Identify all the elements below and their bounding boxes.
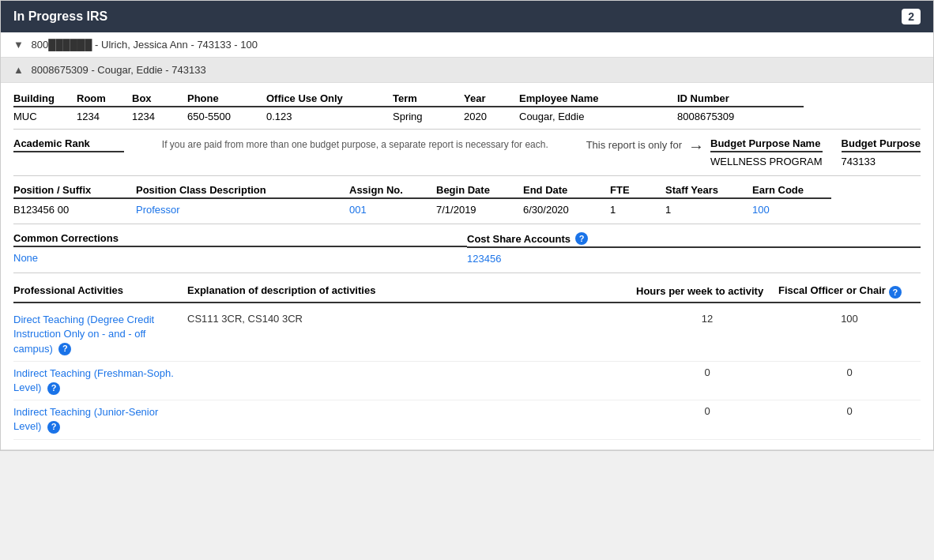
begin-date-label: Begin Date xyxy=(436,184,523,199)
this-report-label: This report is only for xyxy=(586,137,682,153)
box-label: Box xyxy=(132,92,187,107)
position-suffix-value: B123456 00 xyxy=(13,204,136,216)
activities-fiscal-header: Fiscal Officer or Chair ? xyxy=(778,284,921,303)
position-class-label: Position Class Description xyxy=(136,184,349,199)
room-value: 1234 xyxy=(77,111,132,122)
budget-purpose-name-label: Budget Purpose Name xyxy=(710,137,823,152)
main-container: In Progress IRS 2 ▼ 800██████ - Ulrich, … xyxy=(0,0,934,451)
position-suffix-label: Position / Suffix xyxy=(13,184,136,199)
phone-col: Phone 650-5500 xyxy=(187,92,266,122)
common-corrections-label: Common Corrections xyxy=(13,232,119,244)
chevron-down-icon: ▼ xyxy=(13,39,24,51)
activity-row-3-name: Indirect Teaching (Junior-Senior Level) … xyxy=(13,400,187,439)
budget-purpose-block: Budget Purpose 743133 xyxy=(842,137,921,167)
arrow-icon: → xyxy=(688,137,704,156)
fte-value: 1 xyxy=(610,204,665,216)
activity-1-help-icon[interactable]: ? xyxy=(58,343,71,355)
activities-professional-header: Professional Activities xyxy=(13,284,187,303)
accordion-label-2: 8008675309 - Cougar, Eddie - 743133 xyxy=(32,64,206,76)
fte-label: FTE xyxy=(610,184,665,199)
activity-row-3-hours: 0 xyxy=(636,400,778,439)
box-value: 1234 xyxy=(132,111,187,122)
staff-years-value: 1 xyxy=(665,204,752,216)
term-col: Term Spring xyxy=(393,92,464,122)
office-use-label: Office Use Only xyxy=(266,92,393,107)
earn-code-value: 100 xyxy=(752,204,831,216)
common-corrections-header: Common Corrections xyxy=(13,232,467,247)
activities-section: Professional Activities Explanation of d… xyxy=(13,281,921,440)
activity-row-3-fiscal: 0 xyxy=(778,400,921,439)
activity-row-2-name: Indirect Teaching (Freshman-Soph. Level)… xyxy=(13,362,187,400)
activity-3-help-icon[interactable]: ? xyxy=(47,421,60,434)
id-number-label: ID Number xyxy=(677,92,804,107)
office-use-col: Office Use Only 0.123 xyxy=(266,92,393,122)
common-corrections-value: None xyxy=(13,252,467,264)
app-title: In Progress IRS xyxy=(13,9,107,24)
activities-explanation-header: Explanation of description of activities xyxy=(187,284,636,303)
term-label: Term xyxy=(393,92,464,107)
accordion-label-1: 800██████ - Ulrich, Jessica Ann - 743133… xyxy=(32,39,258,51)
begin-date-value: 7/1/2019 xyxy=(436,204,523,216)
room-label: Room xyxy=(77,92,132,107)
assign-no-col: Assign No. 001 xyxy=(349,184,436,216)
cost-share-header: Cost Share Accounts ? xyxy=(467,232,921,248)
office-use-value: 0.123 xyxy=(266,111,393,122)
box-col: Box 1234 xyxy=(132,92,187,122)
id-number-value: 8008675309 xyxy=(677,111,804,122)
end-date-label: End Date xyxy=(523,184,610,199)
employee-name-value: Cougar, Eddie xyxy=(519,111,677,122)
assign-no-value: 001 xyxy=(349,204,436,216)
activity-row-3-explanation xyxy=(187,400,636,439)
expanded-section: Building MUC Room 1234 Box 1234 Phone 65… xyxy=(1,83,933,450)
activity-row-2-fiscal: 0 xyxy=(778,362,921,400)
room-col: Room 1234 xyxy=(77,92,132,122)
position-class-col: Position Class Description Professor xyxy=(136,184,349,216)
badge-count: 2 xyxy=(902,9,921,24)
employee-name-col: Employee Name Cougar, Eddie xyxy=(519,92,677,122)
chevron-up-icon: ▲ xyxy=(13,64,24,76)
earn-code-label: Earn Code xyxy=(752,184,831,199)
accordion-row-1[interactable]: ▼ 800██████ - Ulrich, Jessica Ann - 7431… xyxy=(1,32,933,58)
cost-share-value: 123456 xyxy=(467,253,921,265)
id-number-col: ID Number 8008675309 xyxy=(677,92,804,122)
position-suffix-col: Position / Suffix B123456 00 xyxy=(13,184,136,216)
activity-2-help-icon[interactable]: ? xyxy=(47,382,60,395)
activity-row-1-name: Direct Teaching (Degree Credit Instructi… xyxy=(13,308,187,362)
building-value: MUC xyxy=(13,111,77,122)
end-date-col: End Date 6/30/2020 xyxy=(523,184,610,216)
cost-share-label: Cost Share Accounts xyxy=(467,233,571,245)
activity-row-1-explanation: CS111 3CR, CS140 3CR xyxy=(187,308,636,362)
budget-notice: If you are paid from more than one budge… xyxy=(124,137,586,152)
accordion-row-2[interactable]: ▲ 8008675309 - Cougar, Eddie - 743133 xyxy=(1,58,933,83)
assign-no-label: Assign No. xyxy=(349,184,436,199)
activity-row-1-hours: 12 xyxy=(636,308,778,362)
academic-rank-col: Academic Rank xyxy=(13,137,124,156)
budget-purpose-name-value: WELLNESS PROGRAM xyxy=(710,156,823,167)
activity-row-2-explanation xyxy=(187,362,636,400)
cost-share-col: Cost Share Accounts ? 123456 xyxy=(467,232,921,265)
year-value: 2020 xyxy=(464,111,519,122)
employee-name-label: Employee Name xyxy=(519,92,677,107)
fiscal-help-icon[interactable]: ? xyxy=(889,286,902,299)
cost-share-help-icon[interactable]: ? xyxy=(575,232,588,245)
budget-purpose-name-block: Budget Purpose Name WELLNESS PROGRAM xyxy=(710,137,823,167)
activities-grid: Professional Activities Explanation of d… xyxy=(13,284,921,440)
term-value: Spring xyxy=(393,111,464,122)
staff-years-label: Staff Years xyxy=(665,184,752,199)
activity-row-1-fiscal: 100 xyxy=(778,308,921,362)
budget-purpose-value: 743133 xyxy=(842,156,921,167)
corrections-section: Common Corrections None Cost Share Accou… xyxy=(13,232,921,273)
building-col: Building MUC xyxy=(13,92,77,122)
earn-code-col: Earn Code 100 xyxy=(752,184,831,216)
activity-row-2-hours: 0 xyxy=(636,362,778,400)
academic-rank-label: Academic Rank xyxy=(13,137,124,152)
year-label: Year xyxy=(464,92,519,107)
activities-hours-header: Hours per week to activity xyxy=(636,284,778,303)
end-date-value: 6/30/2020 xyxy=(523,204,610,216)
building-label: Building xyxy=(13,92,77,107)
begin-date-col: Begin Date 7/1/2019 xyxy=(436,184,523,216)
phone-value: 650-5500 xyxy=(187,111,266,122)
position-section: Position / Suffix B123456 00 Position Cl… xyxy=(13,184,921,224)
common-corrections-col: Common Corrections None xyxy=(13,232,467,265)
staff-years-col: Staff Years 1 xyxy=(665,184,752,216)
